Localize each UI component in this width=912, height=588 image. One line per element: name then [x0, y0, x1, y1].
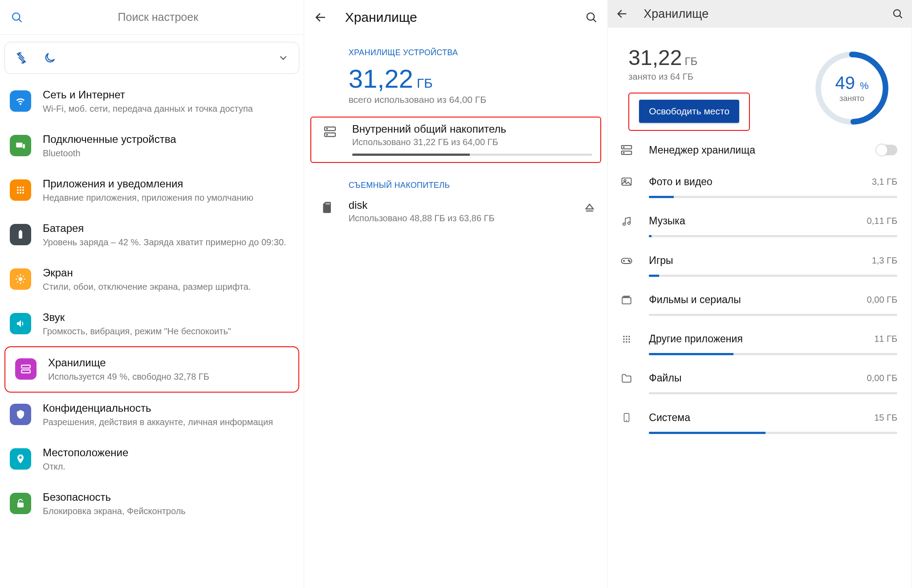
category-apps2[interactable]: Другие приложения 11 ГБ: [608, 325, 912, 348]
sd-card-icon: [316, 199, 337, 214]
svg-rect-15: [20, 230, 21, 231]
category-bar: [649, 353, 897, 355]
free-space-highlight: Освободить место: [628, 93, 750, 131]
svg-rect-26: [21, 370, 30, 373]
svg-line-1: [19, 19, 21, 22]
settings-panel: Поиск настроек Сеть и ИнтернетWi-Fi, моб…: [0, 0, 304, 588]
free-space-button[interactable]: Освободить место: [639, 100, 739, 123]
svg-point-44: [623, 147, 624, 148]
settings-item-wifi[interactable]: Сеть и ИнтернетWi-Fi, моб. сети, передач…: [0, 79, 304, 124]
category-music[interactable]: Музыка 0,11 ГБ: [608, 207, 912, 230]
svg-point-7: [22, 187, 24, 188]
search-icon[interactable]: [585, 11, 598, 24]
settings-item-brightness[interactable]: ЭкранСтили, обои, отключение экрана, раз…: [0, 257, 304, 302]
sound-icon: [10, 313, 31, 334]
category-system[interactable]: Система 15 ГБ: [608, 403, 912, 426]
svg-point-53: [628, 260, 629, 261]
storage-manager-toggle[interactable]: [876, 145, 897, 155]
svg-point-12: [20, 192, 21, 194]
quick-settings-bar[interactable]: [4, 42, 299, 74]
category-bar: [649, 314, 897, 316]
category-movies[interactable]: Фильмы и сериалы 0,00 ГБ: [608, 286, 912, 308]
movies-icon: [616, 294, 637, 306]
svg-point-64: [629, 341, 630, 342]
total-used: 31,22ГБ: [304, 61, 608, 93]
svg-rect-4: [23, 144, 24, 149]
page-title: Хранилище: [643, 7, 708, 21]
svg-point-63: [626, 341, 627, 342]
svg-point-56: [623, 336, 625, 337]
category-bar: [649, 235, 897, 237]
category-bar: [649, 196, 897, 198]
removable-disk-row[interactable]: disk Использовано 48,88 ГБ из 63,86 ГБ: [304, 194, 608, 229]
data-saver-icon: [15, 51, 28, 65]
section-removable: СЪЕМНЫЙ НАКОПИТЕЛЬ: [304, 163, 608, 194]
svg-rect-14: [19, 231, 22, 239]
svg-line-21: [17, 276, 18, 276]
storage-manager-row[interactable]: Менеджер хранилища: [608, 135, 912, 159]
total-used-sub: всего использовано из 64,00 ГБ: [304, 93, 608, 117]
svg-point-62: [623, 341, 625, 342]
svg-point-38: [894, 10, 900, 16]
svg-line-24: [23, 276, 24, 276]
category-games[interactable]: Игры 1,3 ГБ: [608, 246, 912, 269]
category-photo[interactable]: Фото и видео 3,1 ГБ: [608, 167, 912, 191]
svg-point-5: [17, 187, 19, 188]
settings-item-location[interactable]: МестоположениеОткл.: [0, 437, 304, 482]
svg-line-22: [23, 281, 24, 282]
internal-bar: [352, 154, 593, 156]
svg-point-60: [626, 338, 627, 340]
disk-title: disk: [349, 199, 584, 211]
category-folder[interactable]: Файлы 0,00 ГБ: [608, 364, 912, 387]
system-icon: [616, 411, 637, 424]
svg-point-10: [22, 189, 24, 191]
music-icon: [616, 215, 637, 227]
internal-title: Внутренний общий накопитель: [352, 123, 593, 135]
section-device-storage: ХРАНИЛИЩЕ УСТРОЙСТВА: [304, 35, 608, 61]
internal-sub: Использовано 31,22 ГБ из 64,00 ГБ: [352, 137, 593, 147]
settings-item-privacy[interactable]: КонфиденциальностьРазрешения, действия в…: [0, 393, 304, 437]
settings-item-apps[interactable]: Приложения и уведомленияНедавние приложе…: [0, 168, 304, 213]
svg-point-0: [12, 13, 20, 20]
svg-rect-55: [623, 297, 631, 304]
settings-item-battery[interactable]: БатареяУровень заряда – 42 %. Заряда хва…: [0, 213, 304, 257]
settings-item-lock[interactable]: БезопасностьБлокировка экрана, Фейсконтр…: [0, 482, 304, 526]
category-bar: [649, 275, 897, 277]
category-bar: [649, 392, 897, 394]
svg-point-34: [326, 134, 327, 135]
svg-rect-25: [21, 365, 30, 368]
svg-point-11: [17, 192, 19, 194]
svg-point-57: [626, 336, 627, 337]
moon-icon: [43, 51, 57, 65]
eject-icon[interactable]: [583, 199, 596, 214]
storage-icon: [15, 358, 37, 380]
back-icon[interactable]: [616, 8, 628, 20]
header: Хранилище: [608, 0, 912, 28]
apps2-icon: [616, 334, 637, 345]
chevron-down-icon[interactable]: [277, 52, 289, 64]
search-icon[interactable]: [892, 8, 904, 20]
svg-point-13: [22, 192, 24, 194]
folder-icon: [616, 373, 637, 384]
settings-item-sound[interactable]: ЗвукГромкость, вибрация, режим "Не беспо…: [0, 302, 304, 346]
internal-storage-row[interactable]: Внутренний общий накопитель Использовано…: [317, 123, 595, 156]
games-icon: [616, 254, 637, 267]
photo-icon: [616, 175, 637, 188]
back-icon[interactable]: [314, 11, 327, 24]
wifi-icon: [10, 90, 31, 112]
disk-sub: Использовано 48,88 ГБ из 63,86 ГБ: [349, 213, 584, 223]
svg-line-2: [17, 53, 26, 62]
svg-point-59: [623, 338, 625, 340]
search-bar[interactable]: Поиск настроек: [0, 0, 304, 35]
svg-point-61: [629, 338, 630, 340]
settings-item-storage[interactable]: ХранилищеИспользуется 49 %, свободно 32,…: [5, 347, 298, 392]
svg-line-23: [17, 281, 18, 282]
settings-item-devices[interactable]: Подключенные устройстваBluetooth: [0, 124, 304, 168]
svg-rect-3: [16, 143, 22, 148]
brightness-icon: [10, 268, 31, 290]
svg-line-39: [900, 16, 902, 18]
storage-overview-panel: Хранилище ХРАНИЛИЩЕ УСТРОЙСТВА 31,22ГБ в…: [304, 0, 608, 588]
internal-storage-highlight: Внутренний общий накопитель Использовано…: [310, 117, 602, 163]
storage-summary: 31,22ГБ занято из 64 ГБ Освободить место…: [608, 28, 912, 135]
category-list: Фото и видео 3,1 ГБ Музыка 0,11 ГБ Игры …: [608, 167, 912, 434]
